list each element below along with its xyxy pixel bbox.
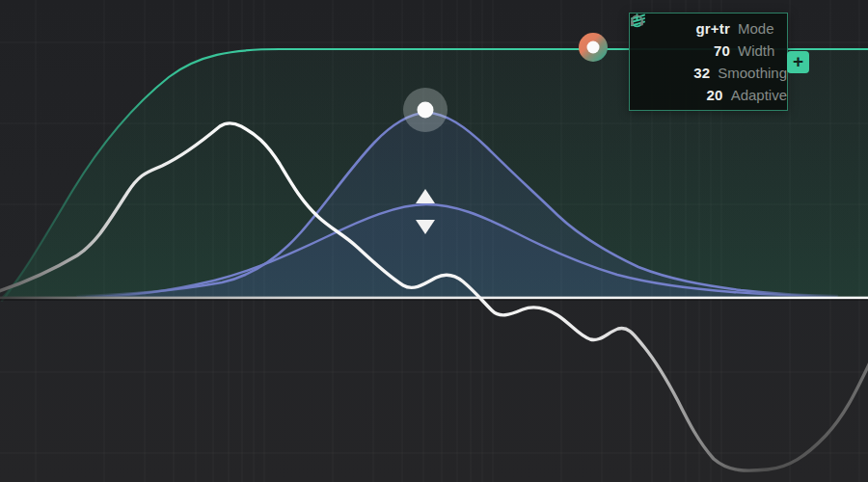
width-value: 70 [659,42,730,59]
zero-line [0,297,868,300]
param-row-smoothing[interactable]: 32 Smoothing [630,62,787,84]
param-row-mode[interactable]: gr+tr Mode [630,17,787,40]
smoothing-label: Smoothing [718,65,787,81]
zero-line-shadow [0,299,868,301]
smoothing-value: 32 [655,65,711,81]
mode-label: Mode [738,20,774,37]
boundary-node-dot [587,41,600,54]
band-range-down-arrow[interactable] [416,220,435,234]
adaptive-value: 20 [657,87,722,103]
band-peak-dot [418,102,434,119]
width-label: Width [738,42,774,59]
band-range-up-arrow[interactable] [416,189,435,203]
param-row-adaptive[interactable]: 20 Adaptive [630,84,787,106]
param-row-width[interactable]: 70 Width [630,40,787,62]
boundary-node[interactable] [579,33,608,62]
plugin-window: gr+tr Mode 70 Width 32 Smoothin [0,0,868,482]
adaptive-label: Adaptive [731,87,787,103]
band-peak-node[interactable] [403,88,448,132]
parameter-panel: gr+tr Mode 70 Width 32 Smoothin [629,13,788,111]
mode-value: gr+tr [659,20,730,37]
add-band-button[interactable]: + [787,51,809,73]
